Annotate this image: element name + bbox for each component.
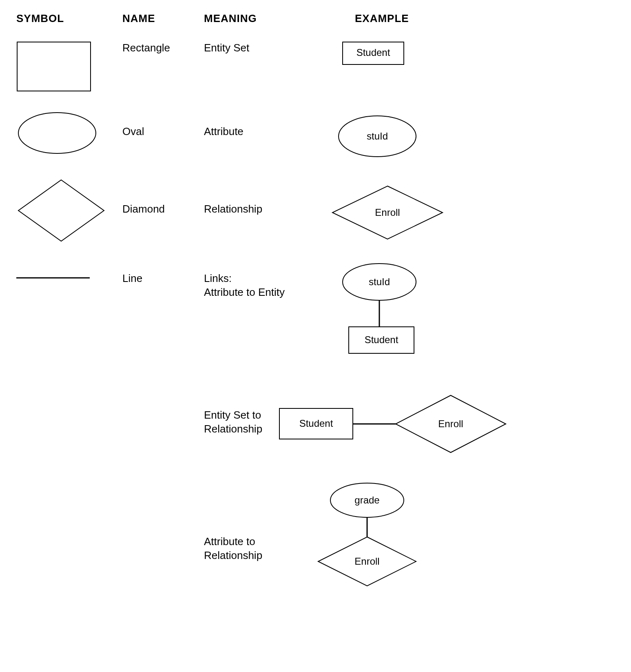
header-meaning: MEANING [204,12,330,25]
meaning-line: Links: Attribute to Entity [204,262,330,299]
svg-text:Enroll: Enroll [375,207,400,218]
name-diamond: Diamond [122,178,204,216]
row-rectangle: Rectangle Entity Set Student [12,41,624,94]
rectangle-symbol-icon [16,41,94,94]
meaning-oval: Attribute [204,111,330,139]
diamond-symbol-icon [16,178,110,243]
svg-text:grade: grade [354,495,379,506]
header-symbol: SYMBOL [12,12,122,25]
line-symbol-icon [16,276,98,280]
name-line: Line [122,262,204,286]
svg-point-3 [18,113,96,153]
svg-text:stuId: stuId [367,131,388,142]
row-entity-to-relationship: Entity Set to Relationship Student Enrol… [12,392,624,457]
svg-text:Enroll: Enroll [438,418,463,429]
row-attribute-to-relationship: Attribute to Relationship grade Enroll [12,482,624,588]
meaning-diamond: Relationship [204,178,330,216]
row-line: Line Links: Attribute to Entity stuId St… [12,262,624,359]
name-rectangle: Rectangle [122,41,204,55]
svg-text:stuId: stuId [369,276,390,287]
row-oval: Oval Attribute stuId [12,111,624,162]
svg-text:Student: Student [365,334,399,345]
svg-text:Student: Student [356,47,390,58]
svg-marker-6 [18,180,104,241]
svg-rect-0 [17,42,91,91]
header-name: NAME [122,12,204,25]
example-diamond: Enroll [330,184,449,245]
meaning-rectangle: Entity Set [204,41,330,55]
er-symbol-legend: SYMBOL NAME MEANING EXAMPLE Rectangle En… [12,12,624,588]
example-attribute-to-entity: stuId Student [330,262,428,359]
header-row: SYMBOL NAME MEANING EXAMPLE [12,12,624,25]
header-example: EXAMPLE [330,12,624,25]
row-diamond: Diamond Relationship Enroll [12,178,624,245]
example-rectangle: Student [330,41,412,70]
svg-text:Enroll: Enroll [354,556,379,567]
svg-text:Student: Student [299,418,333,429]
name-oval: Oval [122,111,204,139]
example-entity-to-relationship: Student Enroll [277,392,514,457]
example-oval: stuId [330,113,424,162]
oval-symbol-icon [16,111,102,155]
example-attribute-to-relationship: grade Enroll [310,482,424,588]
